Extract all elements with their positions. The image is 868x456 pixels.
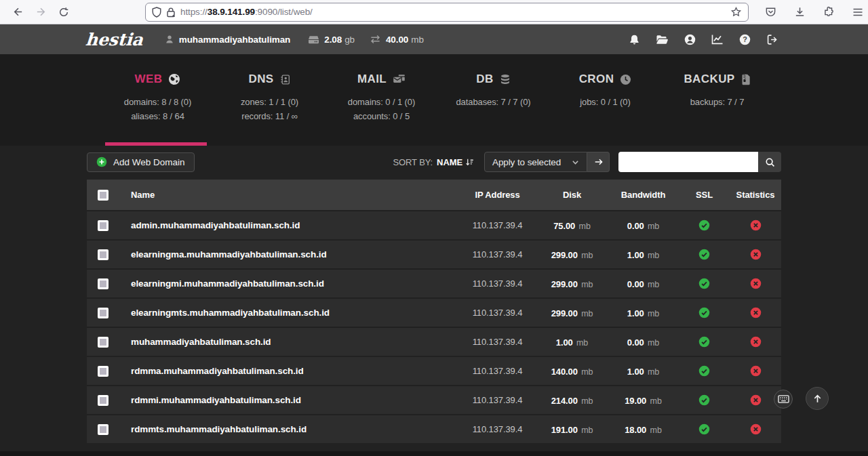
ssl-status[interactable]: [679, 278, 730, 289]
ip-address: 110.137.39.4: [458, 278, 536, 289]
lock-warning-icon[interactable]: [166, 7, 176, 18]
domain-name[interactable]: rdmmi.muhammadiyahbatuliman.sch.id: [119, 395, 458, 405]
sort-by[interactable]: SORT BY: NAME: [393, 157, 474, 167]
table-row: elearningma.muhammadiyahbatuliman.sch.id…: [87, 239, 781, 268]
nav-tab-mail[interactable]: MAIL domains: 0 / 1 (0)accounts: 0 / 5: [326, 54, 437, 123]
bell-icon[interactable]: [629, 34, 640, 45]
domain-name[interactable]: elearningmts.muhammadiyahbatuliman.sch.i…: [119, 308, 458, 318]
table-row: rdmma.muhammadiyahbatuliman.sch.id 110.1…: [87, 356, 781, 385]
row-checkbox[interactable]: [98, 366, 108, 377]
forward-icon[interactable]: [31, 3, 50, 22]
chevron-down-icon: [572, 159, 579, 166]
shortcuts-button[interactable]: [774, 390, 793, 409]
url-bar[interactable]: https://38.9.141.99:9090/list/web/: [145, 3, 749, 22]
reload-icon[interactable]: [54, 3, 73, 22]
tab-stats: jobs: 0 / 1 (0): [549, 95, 661, 109]
table-row: muhammadiyahbatuliman.sch.id 110.137.39.…: [87, 327, 781, 356]
username[interactable]: muhammadiyahbatuliman: [165, 35, 293, 45]
search-icon: [765, 157, 775, 167]
statistics-status[interactable]: [730, 249, 781, 260]
download-icon[interactable]: [790, 3, 809, 22]
sort-direction-icon: [465, 158, 474, 167]
hestia-logo[interactable]: hestia: [85, 31, 144, 48]
domain-name[interactable]: elearningma.muhammadiyahbatuliman.sch.id: [119, 249, 458, 260]
folder-icon[interactable]: [656, 34, 669, 45]
disk-value: 299.00 mb: [536, 307, 608, 319]
apply-go-button[interactable]: [587, 152, 610, 172]
statistics-status[interactable]: [730, 278, 781, 289]
url-text: https://38.9.141.99:9090/list/web/: [180, 7, 313, 17]
tab-label: MAIL: [357, 72, 387, 86]
domain-name[interactable]: rdmmts.muhammadiyahbatuliman.sch.id: [119, 424, 458, 434]
ssl-status[interactable]: [679, 394, 730, 406]
row-checkbox[interactable]: [98, 249, 108, 260]
nav-tab-backup[interactable]: BACKUP backups: 7 / 7: [661, 54, 773, 123]
browser-toolbar: https://38.9.141.99:9090/list/web/: [0, 0, 868, 24]
user-icon[interactable]: [684, 34, 696, 45]
dns-icon: [280, 74, 291, 85]
table-header-row: Name IP Address Disk Bandwidth SSL Stati…: [87, 180, 781, 210]
tab-stats: databases: 7 / 7 (0): [437, 95, 549, 109]
nav-tab-dns[interactable]: DNS zones: 1 / 1 (0)records: 11 / ∞: [214, 54, 326, 123]
ip-address: 110.137.39.4: [458, 337, 536, 347]
bandwidth-value: 1.00 mb: [608, 249, 679, 261]
col-name: Name: [119, 190, 458, 200]
extensions-icon[interactable]: [819, 3, 838, 22]
help-icon[interactable]: ?: [739, 34, 751, 45]
globe-icon: [168, 73, 180, 85]
logout-icon[interactable]: [766, 34, 778, 45]
bandwidth-value: 19.00 mb: [608, 394, 679, 407]
statistics-status[interactable]: [730, 365, 781, 377]
cron-icon: [620, 74, 631, 85]
ssl-status[interactable]: [679, 423, 730, 435]
apply-to-selected-select[interactable]: Apply to selected: [484, 152, 587, 172]
tab-stats: domains: 8 / 8 (0)aliases: 8 / 64: [102, 95, 214, 123]
user-info: muhammadiyahbatuliman 2.08gb 40.00mb: [165, 35, 439, 45]
ssl-status[interactable]: [679, 249, 730, 260]
nav-tab-web[interactable]: WEB domains: 8 / 8 (0)aliases: 8 / 64: [102, 54, 214, 123]
table-row: elearningmts.muhammadiyahbatuliman.sch.i…: [87, 297, 781, 327]
back-icon[interactable]: [8, 3, 27, 22]
row-checkbox[interactable]: [98, 337, 108, 348]
db-icon: [500, 74, 511, 85]
search-button[interactable]: [758, 152, 781, 172]
col-ip-address: IP Address: [458, 190, 536, 200]
pocket-icon[interactable]: [761, 3, 780, 22]
ssl-status[interactable]: [679, 307, 730, 318]
statistics-status[interactable]: [730, 336, 781, 348]
domain-name[interactable]: admin.muhammadiyahbatuliman.sch.id: [119, 220, 458, 230]
ssl-status[interactable]: [679, 365, 730, 377]
ip-address: 110.137.39.4: [458, 424, 536, 434]
bandwidth-value: 0.00 mb: [608, 336, 679, 348]
menu-icon[interactable]: [848, 3, 867, 22]
storage-icon: [308, 35, 319, 45]
ssl-status[interactable]: [679, 336, 730, 348]
active-tab-underline: [105, 142, 207, 146]
row-checkbox[interactable]: [98, 424, 108, 435]
scroll-to-top-button[interactable]: [806, 387, 829, 410]
row-checkbox[interactable]: [98, 278, 108, 289]
search-input[interactable]: [618, 152, 758, 172]
disk-value: 75.00 mb: [536, 220, 608, 232]
bandwidth-usage: 40.00mb: [370, 35, 424, 45]
chart-icon[interactable]: [711, 34, 724, 45]
bandwidth-value: 18.00 mb: [608, 423, 679, 436]
domain-name[interactable]: muhammadiyahbatuliman.sch.id: [119, 337, 458, 347]
bookmark-star-icon[interactable]: [730, 6, 742, 18]
row-checkbox[interactable]: [98, 308, 108, 318]
domain-name[interactable]: elearningmi.muhammadiyahbatuliman.sch.id: [119, 278, 458, 289]
statistics-status[interactable]: [730, 423, 781, 435]
nav-tab-cron[interactable]: CRON jobs: 0 / 1 (0): [549, 54, 661, 123]
ssl-status[interactable]: [679, 220, 730, 231]
shield-icon[interactable]: [152, 7, 161, 18]
tab-label: CRON: [579, 72, 614, 86]
ip-address: 110.137.39.4: [458, 366, 536, 376]
row-checkbox[interactable]: [98, 220, 108, 231]
nav-tab-db[interactable]: DB databases: 7 / 7 (0): [437, 54, 549, 123]
statistics-status[interactable]: [730, 220, 781, 231]
statistics-status[interactable]: [730, 307, 781, 318]
domain-name[interactable]: rdmma.muhammadiyahbatuliman.sch.id: [119, 366, 458, 376]
add-web-domain-button[interactable]: Add Web Domain: [87, 152, 195, 172]
row-checkbox[interactable]: [98, 395, 108, 406]
select-all-checkbox[interactable]: [98, 190, 108, 201]
